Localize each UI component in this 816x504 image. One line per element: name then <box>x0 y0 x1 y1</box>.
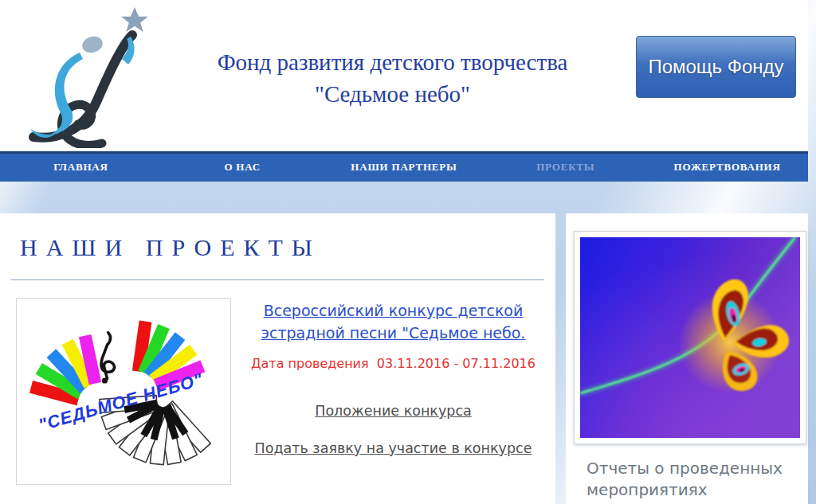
project-info: Всероссийский конкурс детской эстрадной … <box>231 298 555 485</box>
contest-title-link[interactable]: Всероссийский конкурс детской эстрадной … <box>254 299 533 344</box>
fund-logo-icon <box>13 3 156 148</box>
nav-item-about[interactable]: О НАС <box>162 161 324 174</box>
contest-date: Дата проведения 03.11.2016 - 07.11.2016 <box>236 356 551 371</box>
content-area: НАШИ ПРОЕКТЫ <box>0 213 808 504</box>
treble-clef-icon <box>101 333 114 384</box>
site-title-line1: Фонд развития детского творчества <box>218 49 568 75</box>
background-band <box>0 182 808 213</box>
site-title-line2: "Седьмое небо" <box>315 81 470 107</box>
project-item: "СЕДЬМОЕ НЕБО" Всероссийский конкурс дет… <box>16 298 555 485</box>
page: Фонд развития детского творчества "Седьм… <box>0 0 808 504</box>
nav-item-partners[interactable]: НАШИ ПАРТНЕРЫ <box>324 161 485 174</box>
contest-rules-link[interactable]: Положение конкурса <box>236 403 551 419</box>
contest-logo-image: "СЕДЬМОЕ НЕБО" <box>16 298 231 485</box>
help-fund-button[interactable]: Помощь Фонду <box>636 36 796 98</box>
reports-heading: Отчеты о проведенных мероприятиях <box>586 458 806 501</box>
contest-apply-link[interactable]: Подать заявку на участие в конкурсе <box>236 440 551 456</box>
main-nav: ГЛАВНАЯ О НАС НАШИ ПАРТНЕРЫ ПРОЕКТЫ ПОЖЕ… <box>0 151 808 182</box>
fractal-image <box>574 231 806 444</box>
nav-item-home[interactable]: ГЛАВНАЯ <box>0 161 162 174</box>
main-content: НАШИ ПРОЕКТЫ <box>0 213 555 504</box>
nav-item-donations[interactable]: ПОЖЕРТВОВАНИЯ <box>646 161 808 174</box>
nav-item-projects[interactable]: ПРОЕКТЫ <box>484 161 646 174</box>
page-title: НАШИ ПРОЕКТЫ <box>20 234 555 261</box>
site-title: Фонд развития детского творчества "Седьм… <box>163 46 622 110</box>
rainbow-fan-left <box>29 334 101 405</box>
star-icon <box>121 7 148 32</box>
divider <box>10 279 544 280</box>
site-header: Фонд развития детского творчества "Седьм… <box>0 0 808 151</box>
sidebar: Отчеты о проведенных мероприятиях <box>566 213 808 504</box>
